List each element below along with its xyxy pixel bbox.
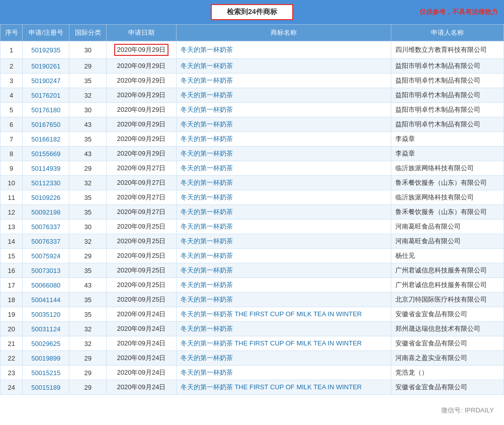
trademark-link[interactable]: 冬天的第一杯奶茶 <box>181 164 233 172</box>
trademark-link[interactable]: 冬天的第一杯奶茶 THE FIRST CUP OF MILK TEA IN WI… <box>181 339 362 347</box>
app-no-link[interactable]: 50066080 <box>31 281 60 289</box>
cell-app-no[interactable]: 50031124 <box>23 322 69 336</box>
app-no-link[interactable]: 50029625 <box>31 340 60 347</box>
trademark-link[interactable]: 冬天的第一杯奶茶 <box>181 135 233 143</box>
cell-intl-class: 35 <box>69 190 107 205</box>
cell-app-date: 2020年09月24日 <box>107 307 177 322</box>
cell-app-no[interactable]: 50015189 <box>23 380 69 395</box>
trademark-link[interactable]: 冬天的第一杯奶茶 <box>181 179 233 186</box>
cell-app-no[interactable]: 50029625 <box>23 336 69 351</box>
app-no-link[interactable]: 50112330 <box>31 179 60 187</box>
cell-app-no[interactable]: 50041144 <box>23 293 69 307</box>
cell-app-no[interactable]: 50114939 <box>23 161 69 176</box>
trademark-link[interactable]: 冬天的第一杯奶茶 <box>181 120 233 128</box>
app-no-link[interactable]: 50109226 <box>31 194 60 201</box>
cell-app-no[interactable]: 50073013 <box>23 263 69 278</box>
trademark-link[interactable]: 冬天的第一杯奶茶 THE FIRST CUP OF MILK TEA IN WI… <box>181 383 362 391</box>
cell-trademark-name[interactable]: 冬天的第一杯奶茶 <box>176 220 391 234</box>
trademark-link[interactable]: 冬天的第一杯奶茶 <box>181 266 233 274</box>
search-result-button[interactable]: 检索到24件商标 <box>211 4 293 20</box>
app-no-link[interactable]: 50166182 <box>31 135 60 143</box>
cell-app-no[interactable]: 50019899 <box>23 351 69 366</box>
trademark-link[interactable]: 冬天的第一杯奶茶 <box>181 150 233 157</box>
trademark-link[interactable]: 冬天的第一杯奶茶 <box>181 237 233 245</box>
cell-trademark-name[interactable]: 冬天的第一杯奶茶 <box>176 278 391 293</box>
app-no-link[interactable]: 50176201 <box>31 92 60 99</box>
cell-app-no[interactable]: 50190261 <box>23 59 69 74</box>
cell-app-no[interactable]: 50192935 <box>23 41 69 59</box>
trademark-link[interactable]: 冬天的第一杯奶茶 <box>181 62 233 69</box>
cell-trademark-name[interactable]: 冬天的第一杯奶茶 <box>176 59 391 74</box>
app-no-link[interactable]: 50155669 <box>31 150 60 158</box>
cell-trademark-name[interactable]: 冬天的第一杯奶茶 <box>176 322 391 336</box>
app-no-link[interactable]: 50075924 <box>31 252 60 260</box>
cell-app-no[interactable]: 50112330 <box>23 176 69 190</box>
cell-intl-class: 30 <box>69 41 107 59</box>
cell-trademark-name[interactable]: 冬天的第一杯奶茶 <box>176 161 391 176</box>
app-no-link[interactable]: 50015215 <box>31 369 60 377</box>
cell-trademark-name[interactable]: 冬天的第一杯奶茶 <box>176 176 391 190</box>
cell-app-no[interactable]: 50176201 <box>23 88 69 103</box>
cell-trademark-name[interactable]: 冬天的第一杯奶茶 <box>176 88 391 103</box>
cell-trademark-name[interactable]: 冬天的第一杯奶茶 THE FIRST CUP OF MILK TEA IN WI… <box>176 307 391 322</box>
app-no-link[interactable]: 50190247 <box>31 77 60 85</box>
cell-trademark-name[interactable]: 冬天的第一杯奶茶 <box>176 103 391 117</box>
app-no-link[interactable]: 50035120 <box>31 311 60 318</box>
cell-trademark-name[interactable]: 冬天的第一杯奶茶 <box>176 74 391 88</box>
trademark-link[interactable]: 冬天的第一杯奶茶 <box>181 77 233 84</box>
trademark-link[interactable]: 冬天的第一杯奶茶 <box>181 91 233 99</box>
cell-app-no[interactable]: 50176180 <box>23 103 69 117</box>
trademark-link[interactable]: 冬天的第一杯奶茶 <box>181 106 233 113</box>
trademark-link[interactable]: 冬天的第一杯奶茶 <box>181 223 233 230</box>
cell-trademark-name[interactable]: 冬天的第一杯奶茶 <box>176 190 391 205</box>
cell-trademark-name[interactable]: 冬天的第一杯奶茶 <box>176 41 391 59</box>
cell-trademark-name[interactable]: 冬天的第一杯奶茶 THE FIRST CUP OF MILK TEA IN WI… <box>176 336 391 351</box>
cell-app-no[interactable]: 50092198 <box>23 205 69 220</box>
cell-app-no[interactable]: 50166182 <box>23 132 69 147</box>
app-no-link[interactable]: 50192935 <box>31 46 60 54</box>
cell-trademark-name[interactable]: 冬天的第一杯奶茶 THE FIRST CUP OF MILK TEA IN WI… <box>176 380 391 395</box>
cell-app-no[interactable]: 50035120 <box>23 307 69 322</box>
cell-trademark-name[interactable]: 冬天的第一杯奶茶 <box>176 117 391 132</box>
cell-app-no[interactable]: 50015215 <box>23 366 69 380</box>
app-no-link[interactable]: 50167650 <box>31 121 60 128</box>
trademark-link[interactable]: 冬天的第一杯奶茶 THE FIRST CUP OF MILK TEA IN WI… <box>181 310 362 318</box>
trademark-link[interactable]: 冬天的第一杯奶茶 <box>181 325 233 332</box>
trademark-link[interactable]: 冬天的第一杯奶茶 <box>181 369 233 376</box>
app-no-link[interactable]: 50041144 <box>31 296 60 304</box>
trademark-link[interactable]: 冬天的第一杯奶茶 <box>181 208 233 216</box>
cell-app-no[interactable]: 50075924 <box>23 249 69 263</box>
app-no-link[interactable]: 50190261 <box>31 62 60 70</box>
cell-app-no[interactable]: 50076337 <box>23 220 69 234</box>
app-no-link[interactable]: 50015189 <box>31 384 60 391</box>
cell-app-no[interactable]: 50066080 <box>23 278 69 293</box>
trademark-link[interactable]: 冬天的第一杯奶茶 <box>181 354 233 362</box>
app-no-link[interactable]: 50019899 <box>31 355 60 362</box>
cell-trademark-name[interactable]: 冬天的第一杯奶茶 <box>176 147 391 161</box>
cell-app-no[interactable]: 50076337 <box>23 234 69 249</box>
cell-trademark-name[interactable]: 冬天的第一杯奶茶 <box>176 234 391 249</box>
cell-app-no[interactable]: 50109226 <box>23 190 69 205</box>
app-no-link[interactable]: 50076337 <box>31 238 60 245</box>
trademark-link[interactable]: 冬天的第一杯奶茶 <box>181 296 233 303</box>
cell-trademark-name[interactable]: 冬天的第一杯奶茶 <box>176 293 391 307</box>
trademark-link[interactable]: 冬天的第一杯奶茶 <box>181 252 233 259</box>
cell-trademark-name[interactable]: 冬天的第一杯奶茶 <box>176 205 391 220</box>
app-no-link[interactable]: 50073013 <box>31 267 60 274</box>
cell-trademark-name[interactable]: 冬天的第一杯奶茶 <box>176 263 391 278</box>
trademark-link[interactable]: 冬天的第一杯奶茶 <box>181 281 233 289</box>
cell-app-no[interactable]: 50167650 <box>23 117 69 132</box>
cell-trademark-name[interactable]: 冬天的第一杯奶茶 <box>176 351 391 366</box>
app-no-link[interactable]: 50092198 <box>31 208 60 216</box>
cell-trademark-name[interactable]: 冬天的第一杯奶茶 <box>176 132 391 147</box>
app-no-link[interactable]: 50114939 <box>31 165 60 172</box>
app-no-link[interactable]: 50176180 <box>31 106 60 114</box>
cell-app-no[interactable]: 50190247 <box>23 74 69 88</box>
cell-trademark-name[interactable]: 冬天的第一杯奶茶 <box>176 249 391 263</box>
cell-app-no[interactable]: 50155669 <box>23 147 69 161</box>
trademark-link[interactable]: 冬天的第一杯奶茶 <box>181 193 233 201</box>
cell-trademark-name[interactable]: 冬天的第一杯奶茶 <box>176 366 391 380</box>
trademark-link[interactable]: 冬天的第一杯奶茶 <box>181 46 233 53</box>
app-no-link[interactable]: 50031124 <box>31 325 60 333</box>
app-no-link[interactable]: 50076337 <box>31 223 60 231</box>
